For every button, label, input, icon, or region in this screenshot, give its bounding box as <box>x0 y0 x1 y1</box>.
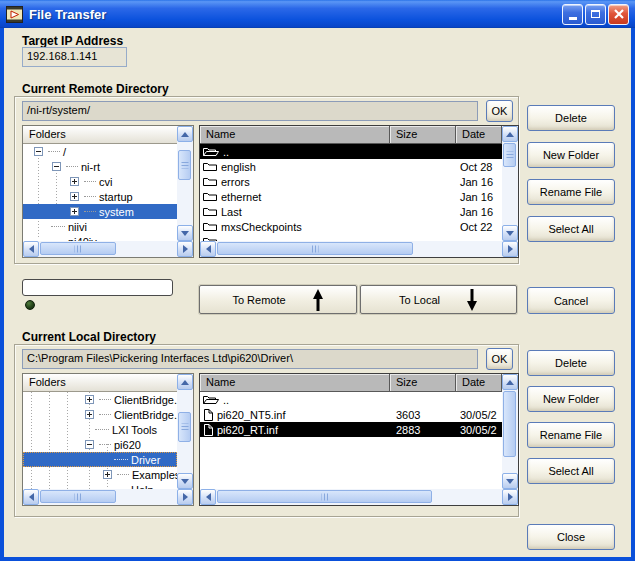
collapse-icon[interactable] <box>85 440 94 449</box>
file-row[interactable]: ethernet Jan 16 <box>200 189 502 204</box>
tree-item-clientbridge1[interactable]: ClientBridge.N <box>23 392 177 407</box>
titlebar[interactable]: File Transfer <box>0 0 635 28</box>
remote-select-all-button[interactable]: Select All <box>527 216 615 242</box>
scroll-left-button[interactable] <box>23 489 39 505</box>
local-delete-button[interactable]: Delete <box>527 350 615 376</box>
expand-icon[interactable] <box>70 177 79 186</box>
remote-list-body[interactable]: .. english Oct 28 errors Jan 16 ethernet… <box>200 144 502 241</box>
file-row-partial[interactable] <box>200 234 502 241</box>
tree-item-examples[interactable]: Examples <box>23 467 177 482</box>
window-title: File Transfer <box>29 7 562 22</box>
scroll-left-button[interactable] <box>200 241 216 257</box>
scroll-left-button[interactable] <box>23 241 39 257</box>
local-tree-body[interactable]: ClientBridge.N ClientBridge.N LXI Tools … <box>23 392 177 489</box>
file-row[interactable]: mxsCheckpoints Oct 22 <box>200 219 502 234</box>
file-row[interactable]: english Oct 28 <box>200 159 502 174</box>
cancel-button[interactable]: Cancel <box>527 287 615 314</box>
file-row[interactable]: errors Jan 16 <box>200 174 502 189</box>
remote-path-field[interactable]: /ni-rt/system/ <box>22 101 478 121</box>
remote-list-hscrollbar[interactable] <box>200 241 518 257</box>
tree-item-ni-rt[interactable]: ni-rt <box>23 159 177 174</box>
scroll-down-button[interactable] <box>502 473 518 489</box>
column-header-date[interactable]: Date <box>456 374 502 392</box>
scroll-thumb[interactable] <box>217 242 413 255</box>
to-remote-button[interactable]: To Remote <box>199 285 357 314</box>
file-row[interactable]: Last Jan 16 <box>200 204 502 219</box>
scroll-left-button[interactable] <box>200 489 216 505</box>
remote-delete-button[interactable]: Delete <box>527 105 615 131</box>
tree-item-driver-selected[interactable]: Driver <box>23 452 177 467</box>
scroll-down-button[interactable] <box>177 473 193 489</box>
local-select-all-button[interactable]: Select All <box>527 458 615 484</box>
local-tree-hscrollbar[interactable] <box>23 489 193 505</box>
scroll-right-button[interactable] <box>502 489 518 505</box>
minimize-icon <box>569 17 577 20</box>
tree-item-startup[interactable]: startup <box>23 189 177 204</box>
scroll-down-button[interactable] <box>502 225 518 241</box>
to-local-button[interactable]: To Local <box>360 285 517 314</box>
scroll-down-button[interactable] <box>177 225 193 241</box>
column-header-name[interactable]: Name <box>200 126 390 144</box>
close-button[interactable]: Close <box>527 524 615 550</box>
expand-icon[interactable] <box>85 410 94 419</box>
minimize-button[interactable] <box>562 4 583 25</box>
column-header-name[interactable]: Name <box>200 374 390 392</box>
remote-tree-hscrollbar[interactable] <box>23 241 193 257</box>
tree-item-partial[interactable]: Help <box>23 482 177 489</box>
file-row-up-selected[interactable]: .. <box>200 144 502 159</box>
remote-tree-body[interactable]: / ni-rt cvi startup system niivi <box>23 144 177 241</box>
column-header-date[interactable]: Date <box>456 126 502 144</box>
remote-tree-vscrollbar[interactable] <box>177 126 193 241</box>
remote-new-folder-button[interactable]: New Folder <box>527 142 615 168</box>
target-ip-field[interactable]: 192.168.1.141 <box>22 47 127 67</box>
column-header-size[interactable]: Size <box>390 374 456 392</box>
collapse-icon[interactable] <box>34 147 43 156</box>
column-header-size[interactable]: Size <box>390 126 456 144</box>
tree-item-system-selected[interactable]: system <box>23 204 177 219</box>
local-list-body[interactable]: .. pi620_NT5.inf 3603 30/05/2 pi620_RT.i… <box>200 392 502 489</box>
local-new-folder-button[interactable]: New Folder <box>527 386 615 412</box>
local-list-hscrollbar[interactable] <box>200 489 518 505</box>
local-rename-file-button[interactable]: Rename File <box>527 422 615 448</box>
scroll-up-button[interactable] <box>502 126 518 142</box>
file-row-up[interactable]: .. <box>200 392 502 407</box>
remote-list-vscrollbar[interactable] <box>502 126 518 241</box>
tree-item-root[interactable]: / <box>23 144 177 159</box>
close-window-button[interactable] <box>608 4 629 25</box>
scroll-thumb[interactable] <box>178 412 191 442</box>
tree-item-partial[interactable]: pi40iv <box>23 234 177 241</box>
expand-icon[interactable] <box>70 207 79 216</box>
scroll-thumb[interactable] <box>178 150 191 180</box>
scroll-thumb[interactable] <box>503 143 516 167</box>
remote-ok-button[interactable]: OK <box>486 100 513 122</box>
local-path-field[interactable]: C:\Program Files\Pickering Interfaces Lt… <box>22 349 478 369</box>
tree-item-lxi-tools[interactable]: LXI Tools <box>23 422 177 437</box>
local-list-vscrollbar[interactable] <box>502 374 518 489</box>
remote-rename-file-button[interactable]: Rename File <box>527 179 615 205</box>
local-ok-button[interactable]: OK <box>486 348 513 370</box>
scroll-thumb[interactable] <box>40 242 116 255</box>
maximize-button[interactable] <box>585 4 606 25</box>
tree-item-clientbridge2[interactable]: ClientBridge.N <box>23 407 177 422</box>
tree-item-cvi[interactable]: cvi <box>23 174 177 189</box>
scroll-thumb[interactable] <box>217 490 432 503</box>
scroll-thumb[interactable] <box>40 490 116 503</box>
expand-icon[interactable] <box>70 192 79 201</box>
scroll-up-button[interactable] <box>177 374 193 390</box>
scroll-right-button[interactable] <box>177 241 193 257</box>
scroll-up-button[interactable] <box>177 126 193 142</box>
scroll-thumb[interactable] <box>503 391 516 457</box>
scroll-right-button[interactable] <box>502 241 518 257</box>
file-row-selected[interactable]: pi620_RT.inf 2883 30/05/2 <box>200 422 502 437</box>
collapse-icon[interactable] <box>52 162 61 171</box>
tree-item-niivi[interactable]: niivi <box>23 219 177 234</box>
scroll-up-button[interactable] <box>502 374 518 390</box>
scroll-right-button[interactable] <box>177 489 193 505</box>
tree-item-pi620[interactable]: pi620 <box>23 437 177 452</box>
expand-icon[interactable] <box>103 470 112 479</box>
open-folder-icon <box>203 394 219 405</box>
expand-icon[interactable] <box>85 395 94 404</box>
folder-icon <box>203 176 217 187</box>
file-row[interactable]: pi620_NT5.inf 3603 30/05/2 <box>200 407 502 422</box>
local-tree-vscrollbar[interactable] <box>177 374 193 489</box>
